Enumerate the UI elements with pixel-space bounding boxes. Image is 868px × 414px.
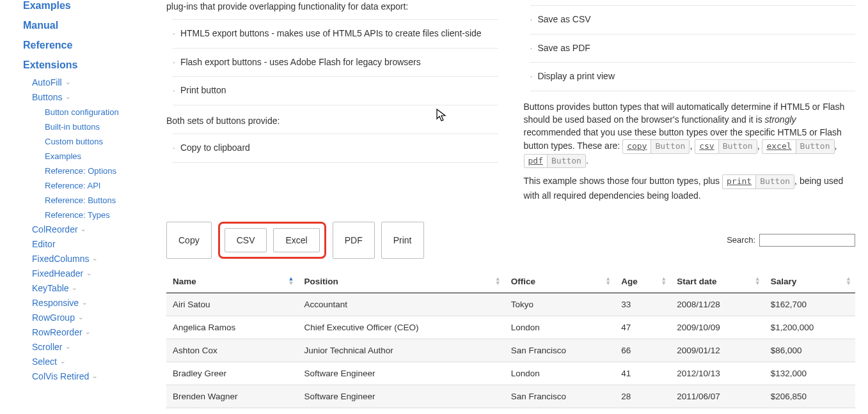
nav-examples[interactable]: Examples	[23, 0, 71, 11]
table-cell: 2011/06/07	[670, 385, 764, 408]
chevron-down-icon: ›	[81, 229, 88, 231]
nav-extensions[interactable]: Extensions	[23, 59, 77, 70]
table-cell: 47	[615, 316, 670, 339]
list-item: HTML5 export buttons - makes use of HTML…	[173, 19, 498, 48]
sidebar-subitem-button-configuration[interactable]: Button configuration	[45, 107, 119, 117]
table-cell: $162,700	[764, 293, 855, 316]
sidebar-item-fixedcolumns[interactable]: FixedColumns	[32, 254, 89, 264]
sidebar-subitem-reference-options[interactable]: Reference: Options	[45, 166, 116, 176]
sort-icon: ▲▼	[495, 277, 501, 286]
chevron-down-icon: ›	[59, 362, 67, 364]
table-cell: Bradley Greer	[166, 362, 297, 385]
table-row: Bradley GreerSoftware EngineerLondon4120…	[166, 362, 855, 385]
table-cell: 28	[615, 385, 670, 408]
code-print[interactable]: printButton	[722, 174, 794, 189]
intro-tail: plug-ins that provide overlapping functi…	[166, 0, 498, 13]
sidebar-item-buttons[interactable]: Buttons	[32, 92, 62, 102]
excel-button[interactable]: Excel	[273, 228, 319, 252]
search-wrap: Search:	[727, 234, 855, 247]
sidebar-subitem-examples[interactable]: Examples	[45, 151, 81, 161]
table-cell: San Francisco	[505, 339, 615, 362]
code-copy[interactable]: copyButton	[622, 139, 690, 154]
table-cell: Chief Executive Officer (CEO)	[297, 316, 504, 339]
table-cell: $206,850	[764, 385, 855, 408]
chevron-down-icon: ›	[77, 318, 84, 319]
list-item: Print button	[173, 76, 498, 105]
chevron-down-icon: ›	[81, 303, 88, 305]
chevron-down-icon: ›	[91, 376, 99, 378]
sidebar-item-editor[interactable]: Editor	[32, 239, 56, 249]
sidebar-item-colvis-retired[interactable]: ColVis Retired	[32, 371, 89, 381]
list-item: Flash export buttons - uses Adobe Flash …	[173, 48, 498, 77]
col-name[interactable]: Name▲▼	[166, 270, 297, 293]
table-row: Airi SatouAccountantTokyo332008/11/28$16…	[166, 293, 855, 316]
chevron-down-icon: ›	[65, 347, 72, 349]
sidebar-item-select[interactable]: Select	[32, 356, 57, 367]
sidebar-item-rowgroup[interactable]: RowGroup	[32, 312, 75, 323]
list-item: Save as CSV	[530, 5, 856, 34]
nav-reference[interactable]: Reference	[23, 40, 72, 50]
code-excel[interactable]: excelButton	[762, 139, 834, 154]
print-button[interactable]: Print	[381, 222, 424, 259]
sort-icon: ▲▼	[846, 277, 851, 286]
chevron-down-icon: ›	[85, 332, 92, 334]
col-start-date[interactable]: Start date▲▼	[670, 270, 764, 293]
chevron-down-icon: ›	[72, 288, 79, 290]
both-provide-list: Copy to clipboard	[173, 134, 498, 163]
right-column: Save as CSVSave as PDFDisplay a print vi…	[524, 0, 856, 209]
chevron-down-icon: ›	[92, 259, 99, 261]
table-row: Brenden WagnerSoftware EngineerSan Franc…	[166, 385, 855, 408]
sidebar-item-fixedheader[interactable]: FixedHeader	[32, 268, 83, 279]
export-plugins-list: HTML5 export buttons - makes use of HTML…	[173, 19, 498, 105]
sort-icon: ▲▼	[605, 277, 611, 286]
code-csv[interactable]: csvButton	[695, 139, 757, 154]
sidebar-subitem-reference-buttons[interactable]: Reference: Buttons	[45, 195, 116, 205]
table-cell: Airi Satou	[166, 293, 297, 316]
sidebar: Examples Manual Reference Extensions Aut…	[0, 0, 144, 414]
table-cell: 66	[615, 339, 670, 362]
table-cell: 2009/01/12	[670, 339, 764, 362]
table-cell: Brenden Wagner	[166, 385, 297, 408]
chevron-down-icon: ›	[65, 82, 72, 84]
pdf-button[interactable]: PDF	[333, 222, 375, 259]
sidebar-subitem-built-in-buttons[interactable]: Built-in buttons	[45, 122, 100, 132]
example-paragraph: This example shows those four button typ…	[524, 174, 856, 202]
sidebar-subitem-reference-types[interactable]: Reference: Types	[45, 210, 110, 220]
col-position[interactable]: Position▲▼	[297, 270, 504, 293]
sidebar-item-rowreorder[interactable]: RowReorder	[32, 327, 83, 337]
list-item: Save as PDF	[530, 34, 856, 63]
auto-determine-paragraph: Buttons provides button types that will …	[524, 100, 856, 169]
table-cell: London	[505, 316, 615, 339]
table-cell: New York	[505, 408, 615, 414]
csv-button[interactable]: CSV	[225, 228, 267, 252]
table-cell: 33	[615, 293, 670, 316]
search-input[interactable]	[759, 234, 855, 247]
col-age[interactable]: Age▲▼	[615, 270, 670, 293]
button-bar: Copy CSV Excel PDF Print Search:	[166, 222, 855, 259]
nav-manual[interactable]: Manual	[23, 20, 58, 31]
table-cell: Software Engineer	[297, 362, 504, 385]
table-cell: $86,000	[764, 339, 855, 362]
copy-button[interactable]: Copy	[166, 222, 212, 259]
sidebar-item-autofill[interactable]: AutoFill	[32, 77, 62, 88]
sidebar-item-colreorder[interactable]: ColReorder	[32, 224, 78, 234]
list-item: Copy to clipboard	[173, 134, 498, 163]
sidebar-item-responsive[interactable]: Responsive	[32, 298, 79, 308]
chevron-down-icon: ›	[65, 97, 72, 99]
col-salary[interactable]: Salary▲▼	[764, 270, 855, 293]
table-cell: Tokyo	[505, 293, 615, 316]
sidebar-subitem-custom-buttons[interactable]: Custom buttons	[45, 137, 103, 146]
sidebar-item-scroller[interactable]: Scroller	[32, 342, 62, 352]
table-cell: $372,000	[764, 408, 855, 414]
data-table: Name▲▼Position▲▼Office▲▼Age▲▼Start date▲…	[166, 270, 855, 415]
sort-icon: ▲▼	[288, 277, 294, 286]
sidebar-subitem-reference-api[interactable]: Reference: API	[45, 181, 100, 190]
code-pdf[interactable]: pdfButton	[524, 154, 586, 169]
table-cell: Ashton Cox	[166, 339, 297, 362]
table-row: Angelica RamosChief Executive Officer (C…	[166, 316, 855, 339]
sort-icon: ▲▼	[661, 277, 667, 286]
table-cell: $1,200,000	[764, 316, 855, 339]
table-cell: Junior Technical Author	[297, 339, 504, 362]
sidebar-item-keytable[interactable]: KeyTable	[32, 283, 69, 293]
col-office[interactable]: Office▲▼	[505, 270, 615, 293]
